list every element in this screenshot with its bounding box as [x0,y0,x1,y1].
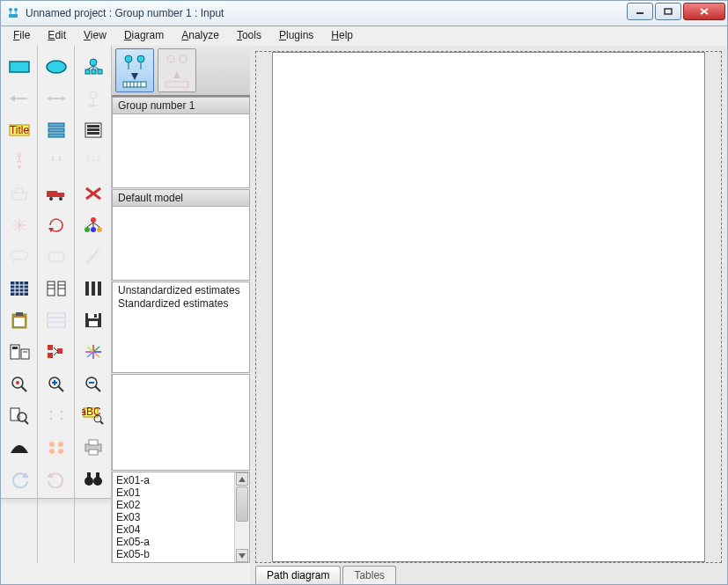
columns-icon[interactable] [77,273,109,304]
scroll-panel-icon[interactable] [40,241,72,273]
file-item[interactable]: Ex02 [116,499,231,511]
redo-icon[interactable] [40,463,72,494]
output-mode-button[interactable] [158,48,196,92]
diagram-page[interactable] [272,52,705,562]
data-table-icon[interactable] [4,273,35,304]
wand-icon[interactable] [77,241,109,273]
scroll-up-icon[interactable] [236,472,248,486]
variables-box-icon[interactable] [77,114,109,146]
svg-rect-34 [14,318,25,326]
zoom-in-icon[interactable] [40,368,72,399]
file-list-scrollbar[interactable] [234,472,249,562]
svg-point-141 [137,55,144,62]
draw-lasso-icon[interactable] [4,241,35,273]
error-circle-icon[interactable] [77,83,109,114]
scroll-thumb[interactable] [236,486,248,522]
menu-tools[interactable]: Tools [228,26,270,46]
maximize-button[interactable] [655,3,681,20]
tab-tables[interactable]: Tables [342,566,396,584]
estimates-row-std[interactable]: Standardized estimates [118,297,244,311]
binoculars-icon[interactable] [77,463,109,494]
print-icon[interactable] [77,431,109,463]
file-item[interactable]: Ex01 [116,486,231,499]
estimates-panel: Unstandardized estimates Standardized es… [112,282,250,373]
tree-colored-icon[interactable] [77,209,109,241]
spreadsheet-icon[interactable] [40,304,72,336]
undo-icon[interactable] [4,463,35,494]
truck-icon[interactable] [40,178,72,209]
distribution-icon[interactable] [4,431,35,463]
estimates-row-unstd[interactable]: Unstandardized estimates [118,284,244,297]
zoom-page-icon[interactable] [4,399,35,431]
fireworks-icon[interactable] [77,336,109,368]
svg-point-102 [91,217,96,223]
models-panel-body[interactable] [113,207,249,280]
file-item[interactable]: Ex05-b [116,548,231,560]
file-item[interactable]: Ex04 [116,523,231,536]
file-list-body: Ex01-a Ex01 Ex02 Ex03 Ex04 Ex05-a Ex05-b [113,472,234,562]
menu-edit[interactable]: Edit [39,26,75,46]
observed-rect-icon[interactable] [4,51,35,83]
menu-diagram[interactable]: Diagram [115,26,173,46]
delete-x-icon[interactable] [77,178,109,209]
svg-rect-50 [48,123,64,127]
scroll-down-icon[interactable] [236,549,248,562]
left-arrow-icon[interactable] [4,83,35,114]
rotate-icon[interactable] [40,209,72,241]
svg-text:aBC: aBC [82,406,101,418]
rearrange-icon[interactable] [40,399,72,431]
groups-panel-body[interactable] [113,114,249,187]
groups-panel-header[interactable]: Group number 1 [113,98,249,114]
indicator-icon[interactable] [77,51,109,83]
clipboard-icon[interactable] [4,304,35,336]
menu-file[interactable]: File [4,26,39,46]
linked-vars-icon[interactable] [40,273,72,304]
svg-point-0 [9,8,12,11]
title-icon[interactable]: Title [4,114,35,146]
zoom-target-icon[interactable] [4,368,35,399]
svg-marker-48 [47,96,51,101]
file-item[interactable]: Ex03 [116,511,231,523]
faces-icon[interactable] [40,431,72,463]
latent-ellipse-icon[interactable] [40,51,72,83]
svg-point-83 [49,449,55,454]
resize-flower-icon[interactable] [4,209,35,241]
tab-path-diagram[interactable]: Path diagram [255,566,341,584]
window-buttons [625,3,725,20]
select-one-icon[interactable] [4,146,35,178]
svg-rect-71 [48,353,53,358]
minimize-button[interactable] [627,3,653,20]
double-arrow-icon[interactable] [40,83,72,114]
abc-zoom-icon[interactable]: aBC [77,399,109,431]
reorder-icon[interactable] [40,336,72,368]
menu-plugins[interactable]: Plugins [270,26,322,46]
file-item[interactable]: Ex05-a [116,536,231,548]
col2-resize[interactable] [38,498,74,505]
file-list: Ex01-a Ex01 Ex02 Ex03 Ex04 Ex05-a Ex05-b [112,472,250,563]
svg-point-23 [11,251,28,260]
models-panel-header[interactable]: Default model [113,190,249,207]
col1-resize[interactable] [1,498,37,505]
col3-resize[interactable] [75,498,111,505]
save-icon[interactable] [77,304,109,336]
svg-point-152 [180,55,187,62]
select-multi-icon[interactable] [40,146,72,178]
basket-icon[interactable] [4,178,35,209]
svg-line-44 [25,420,28,424]
input-mode-button[interactable] [115,48,154,92]
menu-help[interactable]: Help [322,26,362,46]
estimates-panel-body: Unstandardized estimates Standardized es… [113,282,249,372]
client-area: Title [0,46,728,585]
close-button[interactable] [683,3,725,20]
file-item[interactable]: Ex01-a [116,474,231,486]
variables-list-icon[interactable] [40,114,72,146]
svg-point-80 [60,418,63,420]
menu-analyze[interactable]: Analyze [173,26,228,46]
svg-point-1 [14,8,18,11]
select-all-icon[interactable] [77,146,109,178]
stats-panel-icon[interactable] [4,336,35,368]
menu-view[interactable]: View [75,26,115,46]
svg-point-78 [60,411,63,413]
params-panel-body[interactable] [113,375,249,470]
zoom-out-icon[interactable] [77,368,109,399]
